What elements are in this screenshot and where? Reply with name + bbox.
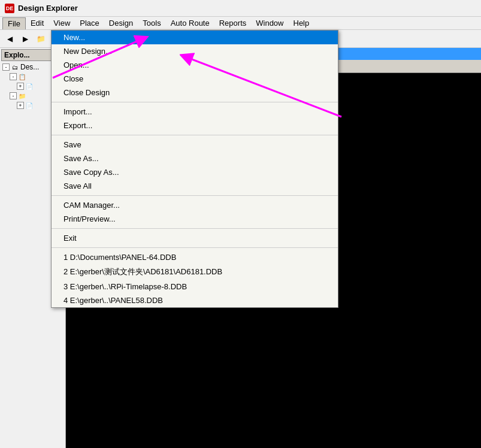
menu-item-view[interactable]: View [49,17,75,29]
dropdown-item-import[interactable]: Import... [52,105,338,119]
dropdown-item-save-all[interactable]: Save All [52,179,338,193]
tree-icon-1: 📋 [18,72,26,81]
dropdown-item-print-preview[interactable]: Print/Preview... [52,212,338,226]
tree-expand-3[interactable]: - [10,92,17,99]
title-bar: DE Design Explorer [0,0,481,17]
dropdown-item-save[interactable]: Save [52,138,338,152]
menu-bar: FileEditViewPlaceDesignToolsAuto RouteRe… [0,17,481,30]
menu-item-help[interactable]: Help [289,17,314,29]
menu-item-reports[interactable]: Reports [214,17,252,29]
dropdown-item-recent3[interactable]: 3 E:\gerber\..\RPi-Timelapse-8.DDB [52,280,338,293]
menu-item-edit[interactable]: Edit [26,17,49,29]
tree-expand-1[interactable]: - [10,73,17,80]
file-dropdown-menu: New...New Design...Open...CloseClose Des… [51,30,338,308]
dropdown-sep-sep5 [52,247,338,248]
tree-expand-4[interactable]: + [17,102,24,109]
dropdown-item-recent1[interactable]: 1 D:\Documents\PANEL-64.DDB [52,250,338,264]
dropdown-item-close-design[interactable]: Close Design [52,86,338,99]
dropdown-item-save-as[interactable]: Save As... [52,152,338,165]
tree-label-des: Des... [20,63,39,71]
tree-icon-2: 📄 [25,82,34,90]
dropdown-item-recent2[interactable]: 2 E:\gerber\测试文件夹\AD6181\AD6181.DDB [52,264,338,280]
toolbar-btn-2[interactable]: 📁 [34,32,48,46]
menu-item-window[interactable]: Window [251,17,288,29]
dropdown-sep-sep1 [52,102,338,102]
tree-expand-des[interactable]: - [2,63,10,71]
dropdown-item-close[interactable]: Close [52,72,338,86]
toolbar-btn-1[interactable]: ▶ [18,32,32,46]
dropdown-item-exit[interactable]: Exit [52,231,338,245]
app-title: Design Explorer [18,4,78,13]
dropdown-sep-sep2 [52,135,338,135]
menu-item-design[interactable]: Design [104,17,138,29]
toolbar-btn-0[interactable]: ◀ [2,32,17,46]
dropdown-item-recent4[interactable]: 4 E:\gerber\..\PANEL58.DDB [52,293,338,307]
dropdown-item-save-copy-as[interactable]: Save Copy As... [52,165,338,179]
tree-icon-des: 🗂 [11,63,19,71]
menu-item-file[interactable]: File [2,17,26,29]
dropdown-sep-sep3 [52,195,338,196]
dropdown-item-new-design[interactable]: New Design... [52,44,338,58]
menu-item-place[interactable]: Place [75,17,104,29]
menu-item-tools[interactable]: Tools [138,17,165,29]
app-icon: DE [5,4,14,13]
dropdown-sep-sep4 [52,228,338,229]
tree-icon-3: 📁 [18,92,26,100]
dropdown-item-open[interactable]: Open... [52,58,338,72]
menu-item-autoroute[interactable]: Auto Route [166,17,214,29]
tree-expand-2[interactable]: + [17,83,24,90]
dropdown-item-new[interactable]: New... [52,31,338,44]
dropdown-item-export[interactable]: Export... [52,119,338,132]
tree-icon-4: 📄 [25,101,34,110]
dropdown-item-cam-manager[interactable]: CAM Manager... [52,198,338,212]
